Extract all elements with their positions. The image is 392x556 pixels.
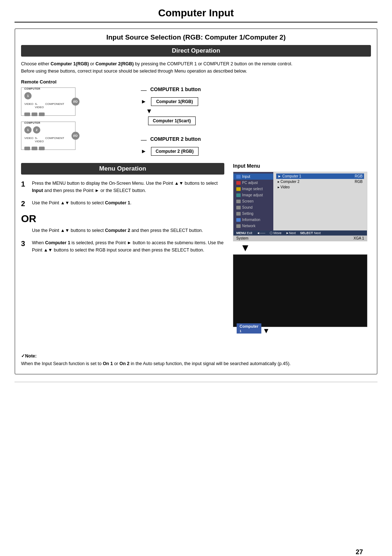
menu-item-input: Input (233, 173, 273, 180)
big-arrow-down: ▼ (233, 243, 371, 253)
menu-item-imageselect: Image select (233, 186, 273, 192)
page-number: 27 (356, 548, 363, 556)
menu-screenshot: Input PC adjust Image select (233, 172, 367, 241)
menu-body: Input PC adjust Image select (233, 172, 367, 230)
display-label-box: Computer 1 (237, 323, 261, 334)
setting-icon (236, 212, 241, 216)
input-source-section: Input Source Selection (RGB: Computer 1/… (15, 28, 377, 375)
menu-select: SELECT Next (300, 231, 321, 235)
comp1-scart-box: Computer 1(Scart) (148, 116, 196, 125)
step-2: 2 Use the Point ▲▼ buttons to select Com… (21, 199, 224, 208)
svideo-btn (32, 113, 37, 116)
two-col-section: Menu Operation 1 Press the MENU button t… (21, 163, 371, 338)
direct-operation-header: Direct Operation (21, 45, 371, 57)
input-source-title: Input Source Selection (RGB: Computer 1/… (21, 33, 371, 41)
note-section: ✓Note: When the Input Search function is… (21, 352, 371, 368)
comp1-rgb-box: Computer 1(RGB) (151, 97, 198, 106)
comp2-button-label: COMPUTER 2 button (150, 136, 201, 142)
display-label: Computer 1 ▼ (237, 323, 270, 335)
component-btn (39, 113, 45, 116)
step-1: 1 Press the MENU button to display the O… (21, 180, 224, 194)
remote-diagrams: Remote Control COMPUTER 1 VIDEOS-VIDE (21, 79, 130, 156)
display-down-arrow: ▼ (263, 327, 270, 335)
bottom-border (15, 382, 377, 382)
display-area (233, 254, 367, 327)
page-title: Computer Input (15, 7, 377, 23)
input-icon (236, 175, 241, 179)
computer-label-1: COMPUTER (24, 87, 64, 90)
menu-item-imageadjust: Image adjust (233, 192, 273, 198)
or-text: OR (21, 213, 224, 225)
input-menu-label: Input Menu (233, 163, 371, 169)
menu-item-pcadjust: PC adjust (233, 180, 273, 186)
step-text-3: When Computer 1 is selected, press the P… (32, 239, 224, 254)
screen-icon (236, 200, 241, 203)
side-labels-2: VIDEOS-VIDEOCOMPONENT (24, 136, 64, 143)
computer-label-2: COMPUTER (24, 122, 64, 124)
imageadjust-icon (236, 193, 241, 197)
comp2-rgb-box: Computer 2 (RGB) (151, 147, 199, 156)
arrow-right-1: — (141, 87, 147, 94)
step-num-2: 2 (21, 199, 28, 208)
content-item-comp1: ► Computer 1 RGB (276, 173, 364, 179)
system-value: XGA 1 (354, 236, 364, 240)
menu-bottom-bar: MENU Exit ◄----- ⬡ Move ►Next SELECT Nex… (233, 230, 367, 236)
step-num-1: 1 (21, 180, 28, 188)
arrow-comp2rgb: ► (141, 148, 147, 155)
component-btn-2 (39, 147, 45, 150)
comp-btn-2b: 2 (33, 126, 40, 134)
comp-btn-1: 1 (24, 92, 32, 99)
menu-next: ►Next (286, 231, 295, 235)
information-icon (236, 218, 241, 222)
pcadjust-icon (236, 181, 241, 185)
step-text-2: Use the Point ▲▼ buttons to select Compu… (32, 199, 131, 207)
comp1-button-label: COMPUTER 1 button (150, 86, 201, 92)
system-row: System XGA 1 (233, 236, 367, 241)
arrow-comp1rgb: ► (141, 98, 147, 105)
menu-item-screen: Screen (233, 198, 273, 204)
remote-diagram-wrapper: COMPUTER 1 VIDEOS-VIDEOCOMPONENT (21, 87, 130, 150)
network-icon (236, 224, 241, 228)
remote-control-section: Remote Control COMPUTER 1 VIDEOS-VIDE (21, 79, 371, 156)
remote-diagram-2: COMPUTER 1 2 VIDEOS-VIDEOCOMPONENT (21, 122, 130, 150)
imageselect-icon (236, 187, 241, 191)
btn-row-2 (24, 147, 64, 150)
display-wrapper: Computer 1 ▼ (233, 254, 371, 327)
system-label: System (236, 236, 248, 240)
col-right: Input Menu Input PC adjust (233, 163, 371, 338)
menu-item-sound: Sound (233, 204, 273, 210)
step-3: 3 When Computer 1 is selected, press the… (21, 239, 224, 254)
or-subtext: Use the Point ▲▼ buttons to select Compu… (32, 227, 224, 234)
intro-text-1: Choose either Computer 1(RGB) or Compute… (21, 60, 371, 75)
step-text-1: Press the MENU button to display the On-… (32, 180, 224, 194)
menu-item-network: Network (233, 223, 273, 229)
remote-right: — COMPUTER 1 button ► Computer 1(RGB) ▼ … (141, 79, 371, 156)
note-title: ✓Note: (21, 352, 371, 360)
power-icon-2: I/O (72, 132, 79, 140)
remote-diagram-1: COMPUTER 1 VIDEOS-VIDEOCOMPONENT (21, 87, 130, 116)
menu-content: ► Computer 1 RGB ▸ Computer 2 RGB ▸ Vide… (273, 172, 367, 230)
menu-operation-header: Menu Operation (21, 163, 224, 175)
side-labels-1: VIDEOS-VIDEOCOMPONENT (24, 102, 64, 109)
btn-row-1 (24, 113, 64, 116)
video-btn-2 (24, 147, 30, 150)
note-text: When the Input Search function is set to… (21, 360, 371, 368)
menu-move: ⬡ Move (270, 231, 282, 235)
sound-icon (236, 206, 241, 209)
video-btn (24, 113, 30, 116)
menu-item-information: Information (233, 217, 273, 223)
content-item-comp2: ▸ Computer 2 RGB (276, 179, 364, 184)
arrow-right-2: — (141, 137, 147, 143)
svideo-btn-2 (32, 147, 37, 150)
menu-sidebar: Input PC adjust Image select (233, 172, 273, 230)
col-left: Menu Operation 1 Press the MENU button t… (21, 163, 224, 338)
power-icon-1: I/O (72, 98, 79, 106)
remote-control-label: Remote Control (21, 79, 130, 85)
remote-box-2: COMPUTER 1 2 VIDEOS-VIDEOCOMPONENT (21, 122, 75, 150)
step-num-3: 3 (21, 239, 28, 248)
menu-back: ◄----- (257, 231, 265, 235)
down-arrow-1: ▼ (146, 107, 152, 115)
menu-exit: MENU Exit (236, 231, 252, 235)
menu-item-setting: Setting (233, 210, 273, 217)
remote-box-1: COMPUTER 1 VIDEOS-VIDEOCOMPONENT (21, 87, 75, 116)
